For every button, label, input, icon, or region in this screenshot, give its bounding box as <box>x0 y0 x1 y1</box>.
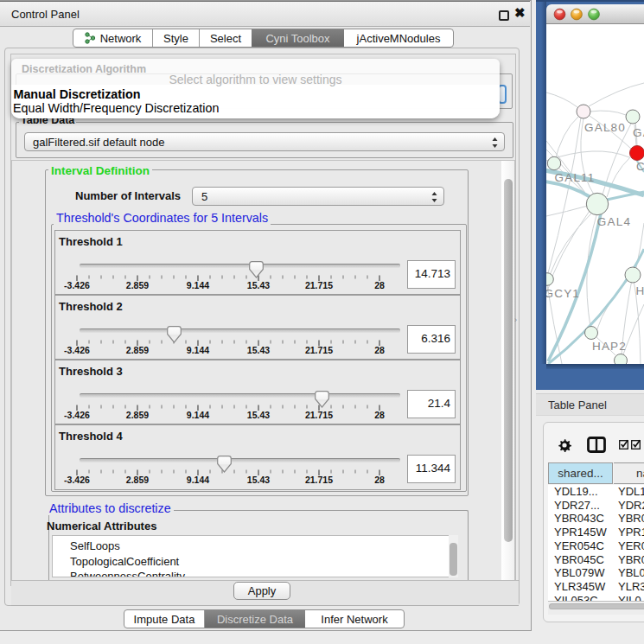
svg-text:GAL3: GAL3 <box>633 126 644 139</box>
svg-text:HAP2: HAP2 <box>592 340 627 353</box>
svg-text:CYC1: CYC1 <box>636 160 644 173</box>
svg-text:GCY1: GCY1 <box>546 287 580 300</box>
svg-text:GAL80: GAL80 <box>584 121 626 134</box>
svg-text:GAL4: GAL4 <box>597 215 631 228</box>
svg-text:GAL11: GAL11 <box>554 171 595 184</box>
svg-text:HIS4: HIS4 <box>636 284 644 297</box>
